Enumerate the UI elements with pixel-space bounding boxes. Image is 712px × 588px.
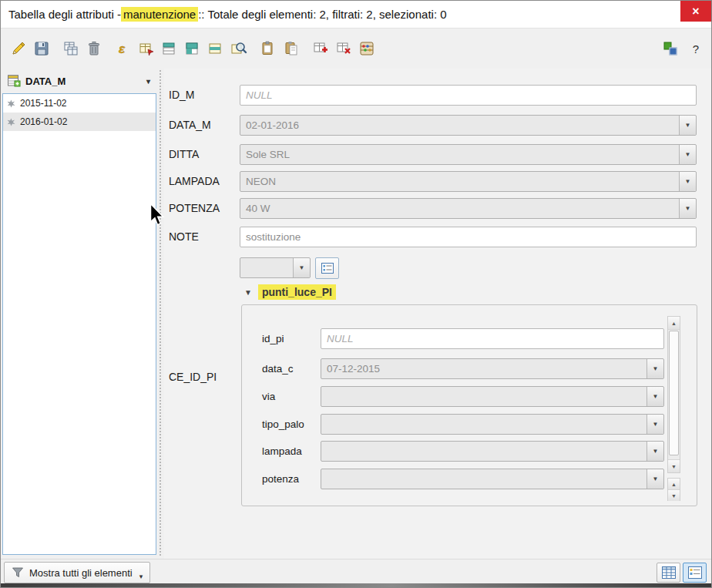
titlebar: Tabella degli attributi - manutenzione :… — [1, 1, 711, 29]
close-button[interactable]: × — [680, 1, 711, 22]
collapse-triangle-icon: ▼ — [244, 288, 252, 297]
dock-table-button[interactable] — [659, 38, 682, 59]
data-c-combo[interactable]: 07-12-2015 ▼ — [321, 358, 664, 379]
new-field-icon — [312, 40, 329, 57]
delete-selected-button[interactable] — [82, 38, 106, 59]
potenza-rel-combo[interactable]: ▼ — [321, 469, 664, 489]
floppy-icon — [33, 40, 50, 57]
close-icon: × — [692, 5, 699, 18]
pencil-icon — [10, 40, 27, 57]
relation-scrollbar[interactable]: ▲ ▼ — [667, 316, 680, 473]
list-item[interactable]: 2015-11-02 — [3, 94, 156, 113]
deselect-all-button[interactable] — [135, 38, 158, 59]
chevron-down-icon: ▼ — [647, 415, 663, 434]
field-calculator-button[interactable] — [355, 38, 378, 59]
select-by-expression-button[interactable]: ε — [112, 38, 135, 59]
relation-spinner[interactable]: ▲ ▼ — [667, 478, 680, 501]
invert-selection-button[interactable] — [181, 38, 204, 59]
feature-icon — [7, 118, 15, 126]
open-form-button[interactable] — [315, 257, 339, 279]
zoom-to-selected-button[interactable] — [227, 38, 250, 59]
bottom-bar: Mostra tutti gli elementi ▾ — [1, 559, 711, 585]
relation-reference-combo[interactable]: ▼ — [240, 257, 311, 278]
paste-features-button[interactable] — [280, 38, 303, 59]
toolbar: ε — [1, 29, 711, 69]
form-view-field-icon — [7, 74, 21, 88]
magnifier-icon — [230, 40, 247, 57]
data-m-combo[interactable]: 02-01-2016 ▼ — [240, 115, 697, 136]
deselect-icon — [138, 40, 155, 57]
scroll-down-button[interactable]: ▼ — [668, 459, 680, 472]
chevron-down-icon: ▼ — [647, 469, 663, 489]
form-view-icon — [687, 566, 703, 580]
feature-list[interactable]: 2015-11-02 2016-01-02 — [2, 93, 156, 555]
scroll-up-button[interactable]: ▲ — [668, 317, 680, 330]
chevron-down-icon: ▼ — [679, 172, 696, 191]
field-selector-label: DATA_M — [25, 76, 65, 87]
field-label-potenza: POTENZA — [169, 198, 238, 219]
lampada-rel-combo[interactable]: ▼ — [321, 441, 664, 462]
via-combo[interactable]: ▼ — [321, 386, 664, 407]
feature-filter-button[interactable]: Mostra tutti gli elementi ▾ — [4, 562, 150, 583]
invert-selection-icon — [184, 40, 201, 57]
field-selector[interactable]: DATA_M ▾ — [7, 72, 153, 90]
feature-filter-label: Mostra tutti gli elementi — [29, 567, 133, 579]
spin-up-button[interactable]: ▲ — [668, 479, 680, 490]
field-label-note: NOTE — [169, 227, 238, 247]
id-pi-input[interactable] — [321, 328, 664, 349]
field-label-ditta: DITTA — [169, 144, 238, 165]
copy-selected-button[interactable] — [257, 38, 280, 59]
relation-group-title: punti_luce_PI — [258, 284, 336, 300]
delete-field-icon — [335, 40, 352, 57]
tipo-palo-combo[interactable]: ▼ — [321, 414, 664, 435]
id-m-input[interactable] — [240, 85, 697, 106]
toolbar-right-group: ? — [659, 38, 705, 59]
field-label-via: via — [262, 386, 319, 407]
field-label-id-m: ID_M — [169, 85, 238, 106]
background-window-strip — [1, 583, 711, 587]
table-view-button[interactable] — [657, 563, 680, 583]
data-m-value: 02-01-2016 — [246, 119, 299, 131]
paste-icon — [283, 40, 300, 57]
ditta-combo[interactable]: Sole SRL ▼ — [240, 144, 697, 165]
delete-field-button[interactable] — [332, 38, 355, 59]
chevron-down-icon: ▼ — [647, 359, 663, 378]
toggle-editing-button[interactable] — [7, 38, 30, 59]
attribute-table-window: Tabella degli attributi - manutenzione :… — [0, 0, 712, 588]
attribute-form: ID_M DATA_M 02-01-2016 ▼ DITTA Sole SRL … — [164, 69, 712, 559]
feature-icon — [7, 99, 15, 108]
note-input[interactable] — [240, 227, 697, 247]
move-selection-top-button[interactable] — [158, 38, 181, 59]
lampada-combo[interactable]: NEON ▼ — [240, 171, 697, 192]
potenza-value: 40 W — [246, 203, 270, 214]
form-view-button[interactable] — [683, 563, 707, 583]
chevron-down-icon: ▼ — [679, 116, 696, 135]
list-item-label: 2015-11-02 — [20, 98, 67, 109]
pan-selection-icon — [207, 40, 224, 57]
filter-funnel-icon — [12, 566, 24, 579]
relation-group-header[interactable]: ▼ punti_luce_PI — [244, 284, 336, 300]
chevron-down-icon: ▾ — [146, 77, 153, 86]
dock-icon — [662, 40, 679, 57]
field-label-data-c: data_c — [262, 358, 319, 379]
new-field-button[interactable] — [309, 38, 332, 59]
chevron-down-icon: ▼ — [293, 258, 310, 277]
field-label-data-m: DATA_M — [169, 115, 238, 136]
field-label-lampada-rel: lampada — [262, 441, 319, 462]
help-button[interactable]: ? — [690, 42, 702, 55]
spin-down-button[interactable]: ▼ — [668, 490, 680, 501]
potenza-combo[interactable]: 40 W ▼ — [240, 198, 697, 219]
scroll-thumb[interactable] — [669, 331, 679, 455]
chevron-down-icon: ▼ — [679, 199, 696, 218]
field-label-ce-id-pi: CE_ID_PI — [169, 371, 217, 383]
panel-splitter[interactable] — [160, 70, 161, 556]
pan-to-selected-button[interactable] — [204, 38, 227, 59]
multi-edit-button[interactable] — [59, 38, 82, 59]
field-label-lampada: LAMPADA — [169, 171, 238, 192]
list-item[interactable]: 2016-01-02 — [3, 113, 156, 131]
save-edits-button[interactable] — [30, 38, 53, 59]
trash-icon — [86, 40, 102, 57]
abacus-icon — [358, 40, 375, 57]
field-label-id-pi: id_pi — [262, 328, 319, 349]
chevron-down-icon: ▼ — [647, 442, 663, 461]
